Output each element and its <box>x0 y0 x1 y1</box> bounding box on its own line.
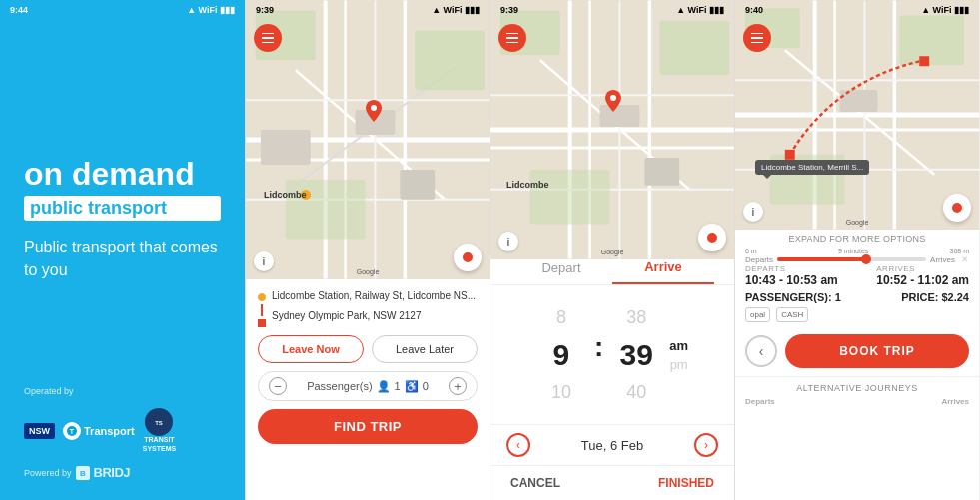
hour-main: 9 <box>553 334 570 376</box>
splash-title: on demand public transport Public transp… <box>24 32 221 386</box>
arrive-time-col: Arrives 10:52 - 11:02 am <box>876 264 969 287</box>
slider-mid-label: 9 minutes <box>838 248 868 254</box>
transport-icon: T <box>63 422 81 440</box>
transport-label: Transport <box>84 425 135 437</box>
status-icons-3: ▲ WiFi ▮▮▮ <box>676 5 724 15</box>
slider-fill <box>777 257 866 261</box>
slider-track[interactable] <box>777 257 926 261</box>
map-svg-3 <box>490 0 734 259</box>
date-nav: ‹ Tue, 6 Feb › <box>490 424 734 465</box>
passengers-text: Passenger(s) <box>307 380 372 392</box>
svg-rect-22 <box>261 130 311 165</box>
back-button[interactable]: ‹ <box>745 335 777 367</box>
pax-wheelchair-count: 0 <box>423 380 429 392</box>
location-button-4[interactable] <box>943 194 971 222</box>
pax-price-left: PASSENGER(S): 1 <box>745 291 841 303</box>
transport-logo: T Transport <box>63 422 135 440</box>
menu-button-2[interactable] <box>254 24 282 52</box>
leave-now-button[interactable]: Leave Now <box>258 335 364 363</box>
location-button-2[interactable] <box>454 244 482 271</box>
destination-pin-2 <box>366 100 382 126</box>
info-button-4[interactable]: i <box>743 202 763 222</box>
map-area-4: Lidcombe Station, Merrill S... i Google <box>735 0 979 230</box>
logos-row: NSW T Transport TS TRANSITSYSTEMS <box>24 408 176 453</box>
status-icons-4: ▲ WiFi ▮▮▮ <box>921 5 969 15</box>
transit-circle: TS <box>145 408 173 436</box>
ampm-selected[interactable]: am <box>669 338 688 353</box>
google-watermark-4: Google <box>846 219 869 226</box>
svg-text:TS: TS <box>156 420 164 426</box>
hour-above: 8 <box>556 301 566 333</box>
depart-time: 10:43 - 10:53 am <box>745 273 838 287</box>
svg-rect-21 <box>400 170 435 200</box>
svg-text:B: B <box>80 469 86 478</box>
price-label: PRICE: $2.24 <box>901 291 969 303</box>
pax-person-icon: 👤 <box>377 380 391 393</box>
next-date-button[interactable]: › <box>694 433 718 457</box>
pax-label: PASSENGER(S): 1 <box>745 291 841 303</box>
route-addresses: Lidcombe Station, Railway St, Lidcombe N… <box>272 289 478 323</box>
splash-footer: Operated by NSW T Transport TS <box>24 386 176 480</box>
min-above: 38 <box>626 301 646 333</box>
status-time-3: 9:39 <box>500 5 518 15</box>
cancel-button[interactable]: CANCEL <box>510 476 560 490</box>
slider-thumb[interactable] <box>861 254 871 264</box>
svg-rect-51 <box>899 15 964 65</box>
time-buttons-row: Leave Now Leave Later <box>258 335 478 363</box>
leave-later-button[interactable]: Leave Later <box>372 335 478 363</box>
menu-button-3[interactable] <box>498 24 526 52</box>
hamburger-icon-3 <box>506 33 518 44</box>
prev-date-button[interactable]: ‹ <box>506 433 530 457</box>
tab-arrive[interactable]: Arrive <box>612 259 714 284</box>
finished-button[interactable]: FINISHED <box>658 476 714 490</box>
map-svg-4 <box>735 0 979 230</box>
route-panel: Lidcombe Station, Railway St, Lidcombe N… <box>246 279 490 500</box>
to-address[interactable]: Sydney Olympic Park, NSW 2127 <box>272 309 478 323</box>
location-button-3[interactable] <box>698 224 726 251</box>
slider-max-label: 368 m <box>950 248 969 254</box>
passengers-row: − Passenger(s) 👤 1 ♿ 0 + <box>258 371 478 401</box>
map-tooltip: Lidcombe Station, Merrill S... <box>755 160 869 175</box>
svg-rect-54 <box>785 150 795 160</box>
status-bar-2: 9:39 ▲ WiFi ▮▮▮ <box>246 0 490 20</box>
destination-pin-3 <box>605 90 621 116</box>
tab-depart[interactable]: Depart <box>510 260 612 283</box>
status-time-1: 9:44 <box>10 5 28 15</box>
origin-dot <box>258 293 266 301</box>
hamburger-icon <box>262 33 274 44</box>
hours-column: 8 9 10 <box>536 301 586 408</box>
time-colon: : <box>594 327 603 366</box>
from-address[interactable]: Lidcombe Station, Railway St, Lidcombe N… <box>272 289 478 303</box>
find-trip-button[interactable]: FIND TRIP <box>258 409 478 444</box>
svg-rect-53 <box>840 90 878 112</box>
map-label-lidcombe-2: Lidcombe <box>264 190 307 200</box>
operated-by-label: Operated by <box>24 386 176 396</box>
google-watermark-3: Google <box>601 249 624 255</box>
payment-opal[interactable]: opal <box>745 307 770 322</box>
location-dot <box>461 250 475 264</box>
depart-arrive-tabs: Depart Arrive <box>490 259 734 285</box>
payment-icons: opal CASH <box>735 307 979 326</box>
status-bar-1: 9:44 ▲ WiFi ▮▮▮ <box>0 0 245 20</box>
expand-bar[interactable]: EXPAND FOR MORE OPTIONS <box>735 230 979 248</box>
slider-close-icon[interactable]: ✕ <box>961 254 969 264</box>
alt-col2-header: Arrives <box>941 397 969 406</box>
date-label: Tue, 6 Feb <box>581 438 643 453</box>
info-button-3[interactable]: i <box>498 232 518 251</box>
depart-label: Departs <box>745 264 838 273</box>
status-icons-2: ▲ WiFi ▮▮▮ <box>432 5 480 15</box>
svg-rect-36 <box>530 170 610 225</box>
svg-point-23 <box>371 105 377 111</box>
payment-cash[interactable]: CASH <box>776 307 808 322</box>
google-watermark-2: Google <box>357 268 380 275</box>
screen-route-input: 9:39 ▲ WiFi ▮▮▮ <box>245 0 490 500</box>
pax-minus-button[interactable]: − <box>269 377 287 395</box>
pax-adult-count: 1 <box>395 380 401 392</box>
ampm-other[interactable]: pm <box>670 357 688 372</box>
book-trip-button[interactable]: BOOK TRIP <box>785 334 969 368</box>
info-button-2[interactable]: i <box>254 251 274 271</box>
menu-button-4[interactable] <box>743 24 771 52</box>
svg-rect-19 <box>286 180 366 240</box>
pax-plus-button[interactable]: + <box>449 377 467 395</box>
pax-price-row: PASSENGER(S): 1 PRICE: $2.24 <box>735 287 979 307</box>
